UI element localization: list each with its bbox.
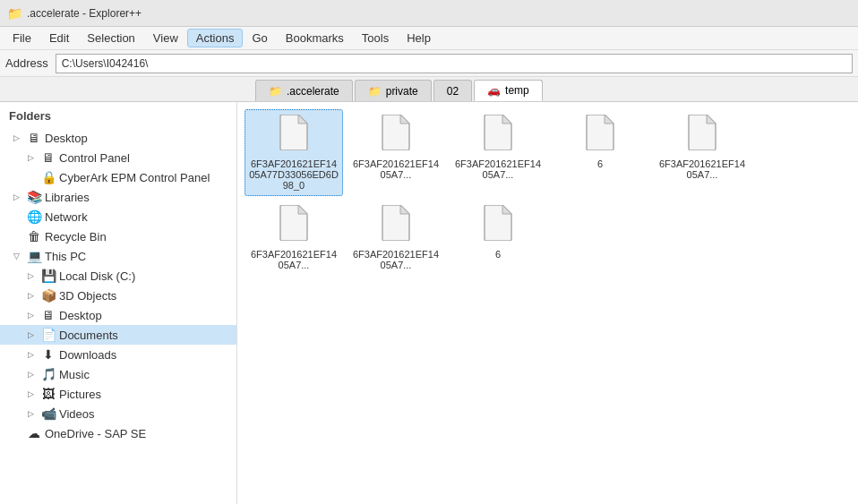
- file-icon-4: [687, 115, 717, 153]
- videos-icon: 📹: [40, 406, 56, 422]
- file-icon-3: [585, 115, 615, 153]
- tab-temp-icon: 🚗: [487, 84, 501, 97]
- sidebar-item-documents[interactable]: ▷ 📄 Documents: [0, 325, 236, 345]
- cyberark-icon: 🔒: [40, 169, 56, 185]
- recycle-bin-icon: 🗑: [26, 228, 42, 244]
- file-icon-6: [381, 205, 411, 243]
- sidebar-item-local-disk[interactable]: ▷ 💾 Local Disk (C:): [0, 266, 236, 286]
- onedrive-label: OneDrive - SAP SE: [45, 427, 236, 440]
- expand-music: ▷: [23, 367, 38, 381]
- expand-recycle-bin: [9, 229, 23, 243]
- desktop2-label: Desktop: [59, 309, 236, 322]
- menu-go[interactable]: Go: [243, 29, 276, 47]
- this-pc-icon: 💻: [26, 248, 42, 264]
- file-item-3[interactable]: 6: [551, 109, 649, 196]
- control-panel-icon: 🖥: [40, 149, 56, 166]
- sidebar-item-libraries[interactable]: ▷ 📚 Libraries: [0, 187, 236, 207]
- expand-onedrive: [9, 426, 23, 440]
- menu-view[interactable]: View: [144, 29, 187, 47]
- sidebar-item-this-pc[interactable]: ▽ 💻 This PC: [0, 246, 236, 266]
- file-item-0[interactable]: 6F3AF201621EF1405A77D33056ED6D98_0: [245, 109, 343, 196]
- sidebar-item-control-panel[interactable]: ▷ 🖥 Control Panel: [0, 148, 236, 167]
- menu-help[interactable]: Help: [398, 29, 440, 47]
- music-label: Music: [59, 368, 236, 381]
- tab-accelerate[interactable]: 📁 .accelerate: [255, 80, 353, 101]
- downloads-label: Downloads: [59, 348, 236, 362]
- 3d-objects-icon: 📦: [40, 287, 56, 303]
- local-disk-label: Local Disk (C:): [59, 269, 236, 283]
- this-pc-label: This PC: [45, 250, 236, 263]
- tab-accelerate-label: .accelerate: [287, 85, 339, 98]
- expand-cyberark: [23, 170, 38, 184]
- file-name-4: 6F3AF201621EF1405A7...: [657, 158, 747, 180]
- file-icon-2: [483, 115, 513, 153]
- address-bar: Address: [0, 50, 858, 77]
- sidebar-item-pictures[interactable]: ▷ 🖼 Pictures: [0, 384, 236, 404]
- file-item-4[interactable]: 6F3AF201621EF1405A7...: [653, 109, 751, 196]
- desktop-label: Desktop: [45, 132, 236, 145]
- documents-label: Documents: [59, 329, 236, 342]
- sidebar-item-recycle-bin[interactable]: 🗑 Recycle Bin: [0, 226, 236, 246]
- menu-tools[interactable]: Tools: [353, 29, 398, 47]
- expand-control-panel: ▷: [23, 150, 38, 165]
- sidebar-item-desktop[interactable]: ▷ 🖥 Desktop: [0, 128, 236, 148]
- expand-3d-objects: ▷: [23, 288, 38, 303]
- music-icon: 🎵: [40, 366, 56, 382]
- file-icon-7: [483, 205, 513, 243]
- sidebar: Folders ▷ 🖥 Desktop ▷ 🖥 Control Panel 🔒 …: [0, 102, 237, 504]
- file-name-7: 6: [495, 249, 501, 260]
- tab-02[interactable]: 02: [433, 80, 472, 101]
- address-input[interactable]: [56, 54, 853, 73]
- tabs-row: 📁 .accelerate 📁 private 02 🚗 temp: [0, 77, 858, 102]
- file-item-6[interactable]: 6F3AF201621EF1405A7...: [347, 200, 445, 276]
- local-disk-icon: 💾: [40, 268, 56, 284]
- sidebar-item-network[interactable]: 🌐 Network: [0, 207, 236, 226]
- libraries-icon: 📚: [26, 189, 42, 205]
- tab-temp[interactable]: 🚗 temp: [474, 80, 543, 101]
- file-name-5: 6F3AF201621EF1405A7...: [249, 249, 339, 270]
- libraries-label: Libraries: [45, 191, 236, 204]
- sidebar-item-music[interactable]: ▷ 🎵 Music: [0, 364, 236, 384]
- title-bar-text: .accelerate - Explorer++: [27, 7, 142, 20]
- pictures-icon: 🖼: [40, 386, 56, 402]
- expand-pictures: ▷: [23, 387, 38, 401]
- sidebar-item-onedrive[interactable]: ☁ OneDrive - SAP SE: [0, 423, 236, 443]
- address-label: Address: [5, 56, 48, 70]
- menu-edit[interactable]: Edit: [40, 29, 78, 47]
- desktop-icon: 🖥: [26, 130, 42, 146]
- main-layout: Folders ▷ 🖥 Desktop ▷ 🖥 Control Panel 🔒 …: [0, 102, 858, 504]
- tab-private[interactable]: 📁 private: [355, 80, 432, 101]
- file-item-7[interactable]: 6: [449, 200, 547, 276]
- file-item-2[interactable]: 6F3AF201621EF1405A7...: [449, 109, 547, 196]
- sidebar-item-downloads[interactable]: ▷ ⬇ Downloads: [0, 345, 236, 364]
- sidebar-item-videos[interactable]: ▷ 📹 Videos: [0, 404, 236, 423]
- pictures-label: Pictures: [59, 388, 236, 401]
- sidebar-item-desktop2[interactable]: ▷ 🖥 Desktop: [0, 305, 236, 325]
- expand-documents: ▷: [23, 328, 38, 342]
- documents-icon: 📄: [40, 327, 56, 343]
- onedrive-icon: ☁: [26, 425, 42, 441]
- menu-bookmarks[interactable]: Bookmarks: [277, 29, 353, 47]
- expand-network: [9, 209, 23, 224]
- sidebar-item-3d-objects[interactable]: ▷ 📦 3D Objects: [0, 286, 236, 305]
- network-label: Network: [45, 210, 236, 224]
- file-name-2: 6F3AF201621EF1405A7...: [453, 158, 543, 180]
- menu-selection[interactable]: Selection: [78, 29, 143, 47]
- menu-actions[interactable]: Actions: [187, 29, 244, 47]
- menu-file[interactable]: File: [4, 29, 40, 47]
- sidebar-item-cyberark[interactable]: 🔒 CyberArk EPM Control Panel: [0, 167, 236, 187]
- tab-private-label: private: [386, 85, 418, 98]
- expand-videos: ▷: [23, 406, 38, 421]
- file-item-5[interactable]: 6F3AF201621EF1405A7...: [245, 200, 343, 276]
- file-icon-1: [381, 115, 411, 153]
- control-panel-label: Control Panel: [59, 151, 236, 165]
- menu-bar: File Edit Selection View Actions Go Book…: [0, 27, 858, 50]
- expand-desktop: ▷: [9, 131, 23, 145]
- sidebar-header: Folders: [0, 106, 236, 128]
- file-item-1[interactable]: 6F3AF201621EF1405A7...: [347, 109, 445, 196]
- file-name-1: 6F3AF201621EF1405A7...: [351, 158, 441, 180]
- videos-label: Videos: [59, 407, 236, 421]
- tab-02-label: 02: [447, 85, 459, 98]
- downloads-icon: ⬇: [40, 346, 56, 363]
- expand-this-pc: ▽: [9, 249, 23, 263]
